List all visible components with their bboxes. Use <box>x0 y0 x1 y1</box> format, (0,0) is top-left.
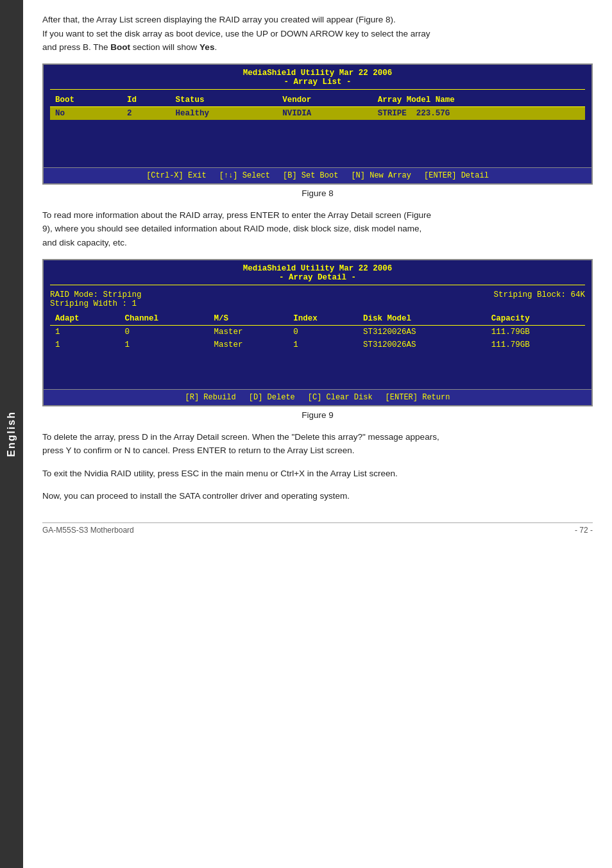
figure8-table: Boot Id Status Vendor Array Model Name N… <box>50 94 585 120</box>
body-paragraph-1: To delete the array, press D in the Arra… <box>42 430 593 458</box>
screen-empty-area <box>44 122 591 167</box>
col-vendor: Vendor <box>277 94 373 107</box>
intro-paragraph-1: After that, the Array List screen displa… <box>42 13 593 54</box>
intro-paragraph-2: To read more information about the RAID … <box>42 208 593 250</box>
col-status: Status <box>171 94 278 107</box>
col-id: Id <box>122 94 171 107</box>
figure8-caption: Figure 8 <box>42 188 593 198</box>
figure9-striping-block: Striping Block: 64K <box>493 290 585 308</box>
figure8-title: MediaShield Utility Mar 22 2006 - Array … <box>44 65 591 88</box>
footer-right: - 72 - <box>575 526 593 535</box>
footer: GA-M55S-S3 Motherboard - 72 - <box>42 526 593 535</box>
screen-empty-area-2 <box>44 354 591 389</box>
col-index: Index <box>288 312 358 326</box>
table-row: No 2 Healthy NVIDIA STRIPE 223.57G <box>50 106 585 120</box>
figure9-footer: [R] Rebuild [D] Delete [C] Clear Disk [E… <box>44 389 591 405</box>
col-boot: Boot <box>50 94 122 107</box>
figure9-raid-info: RAID Mode: Striping Striping Width : 1 <box>50 290 142 308</box>
figure9-detail-top: RAID Mode: Striping Striping Width : 1 S… <box>44 287 591 310</box>
table-row: 1 1 Master 1 ST3120026AS 111.79GB <box>50 338 585 351</box>
main-content: After that, the Array List screen displa… <box>23 0 612 547</box>
col-adapt: Adapt <box>50 312 120 326</box>
col-ms: M/S <box>209 312 289 326</box>
sidebar: English <box>0 0 23 868</box>
sidebar-label: English <box>6 411 17 457</box>
col-arraymodel: Array Model Name <box>373 94 585 107</box>
figure8-footer: [Ctrl-X] Exit [↑↓] Select [B] Set Boot [… <box>44 167 591 183</box>
figure9-caption: Figure 9 <box>42 410 593 420</box>
col-channel: Channel <box>120 312 209 326</box>
col-diskmodel: Disk Model <box>358 312 486 326</box>
figure9-table-area: Adapt Channel M/S Index Disk Model Capac… <box>44 310 591 354</box>
figure9-title: MediaShield Utility Mar 22 2006 - Array … <box>44 260 591 283</box>
body-paragraph-3: Now, you can proceed to install the SATA… <box>42 489 593 503</box>
footer-divider <box>42 522 593 523</box>
table-row: 1 0 Master 0 ST3120026AS 111.79GB <box>50 325 585 338</box>
figure9-table: Adapt Channel M/S Index Disk Model Capac… <box>50 312 585 351</box>
figure9-screen: MediaShield Utility Mar 22 2006 - Array … <box>42 259 593 406</box>
figure8-screen: MediaShield Utility Mar 22 2006 - Array … <box>42 63 593 185</box>
figure8-table-area: Boot Id Status Vendor Array Model Name N… <box>44 91 591 122</box>
body-paragraph-2: To exit the Nvidia RAID utility, press E… <box>42 467 593 481</box>
footer-left: GA-M55S-S3 Motherboard <box>42 526 134 535</box>
col-capacity: Capacity <box>486 312 585 326</box>
